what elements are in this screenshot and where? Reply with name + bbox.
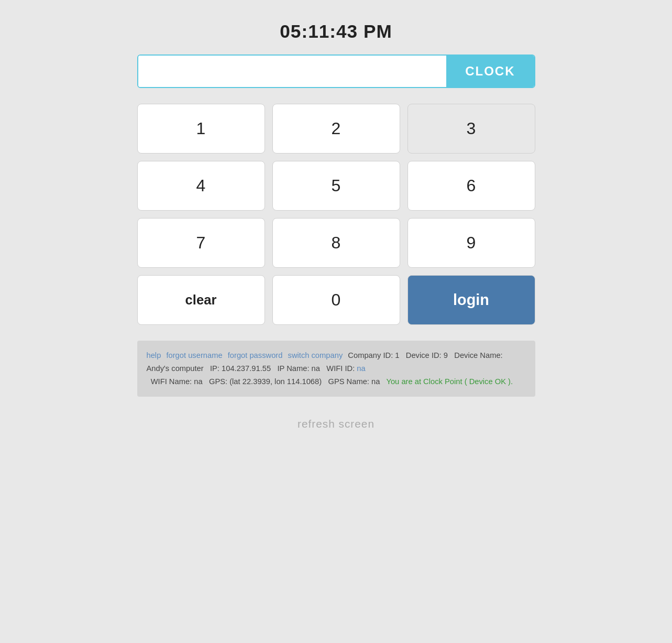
key-4-button[interactable]: 4 <box>137 161 265 211</box>
key-1-button[interactable]: 1 <box>137 104 265 154</box>
info-bar: help forgot username forgot password swi… <box>137 341 535 397</box>
wifi-name: WIFI Name: na <box>151 377 203 386</box>
pin-input[interactable] <box>138 56 447 87</box>
ip-address: IP: 104.237.91.55 <box>210 364 271 373</box>
key-3-button[interactable]: 3 <box>407 104 535 154</box>
refresh-button[interactable]: refresh screen <box>298 418 374 430</box>
time-display: 05:11:43 PM <box>280 21 392 42</box>
key-9-button[interactable]: 9 <box>407 218 535 268</box>
company-id: Company ID: 1 <box>348 351 399 359</box>
key-5-button[interactable]: 5 <box>272 161 400 211</box>
gps-name: GPS Name: na <box>328 377 380 386</box>
forgot-password-link[interactable]: forgot password <box>228 351 283 359</box>
wifi-id-label: WIFI ID: <box>326 364 355 373</box>
key-2-button[interactable]: 2 <box>272 104 400 154</box>
keypad: 1 2 3 4 5 6 7 8 9 clear 0 login <box>137 104 535 325</box>
login-button[interactable]: login <box>407 275 535 325</box>
switch-company-link[interactable]: switch company <box>288 351 343 359</box>
help-link[interactable]: help <box>147 351 161 359</box>
key-8-button[interactable]: 8 <box>272 218 400 268</box>
device-id: Device ID: 9 <box>406 351 448 359</box>
key-6-button[interactable]: 6 <box>407 161 535 211</box>
wifi-id-value[interactable]: na <box>357 364 365 373</box>
status-text: You are at Clock Point ( Device OK ). <box>386 377 513 386</box>
ip-name: IP Name: na <box>277 364 320 373</box>
input-row: CLOCK <box>137 55 535 88</box>
key-7-button[interactable]: 7 <box>137 218 265 268</box>
clear-button[interactable]: clear <box>137 275 265 325</box>
forgot-username-link[interactable]: forgot username <box>166 351 222 359</box>
key-0-button[interactable]: 0 <box>272 275 400 325</box>
gps-info: GPS: (lat 22.3939, lon 114.1068) <box>209 377 322 386</box>
clock-button[interactable]: CLOCK <box>446 56 534 87</box>
